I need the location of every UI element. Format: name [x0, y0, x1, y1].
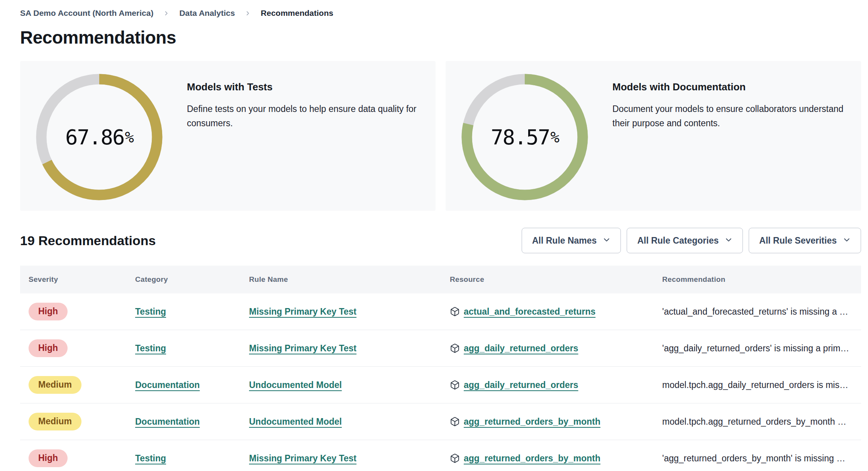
list-header: 19 Recommendations All Rule Names All Ru… [20, 228, 861, 253]
model-cube-icon [450, 307, 460, 317]
filter-rule-categories-dropdown[interactable]: All Rule Categories [627, 228, 743, 253]
chevron-right-icon [163, 10, 169, 16]
severity-badge: Medium [29, 413, 81, 430]
tests-donut-chart: 67.86% [36, 73, 163, 201]
recommendation-text: 'agg_daily_returned_orders' is missing a… [654, 343, 861, 354]
recommendations-page: SA Demo Account (North America) Data Ana… [0, 0, 868, 471]
resource-link[interactable]: agg_returned_orders_by_month [464, 417, 600, 427]
column-header-recommendation: Recommendation [654, 275, 861, 284]
card-title: Models with Documentation [612, 81, 846, 93]
page-title: Recommendations [20, 27, 861, 48]
model-cube-icon [450, 343, 460, 353]
documentation-percent-label: 78.57% [461, 73, 588, 201]
rule-name-link[interactable]: Missing Primary Key Test [249, 307, 356, 317]
severity-badge: Medium [29, 376, 81, 394]
documentation-donut-chart: 78.57% [461, 73, 588, 201]
recommendations-table: Severity Category Rule Name Resource Rec… [20, 266, 861, 471]
column-header-resource: Resource [441, 275, 654, 284]
recommendation-text: 'agg_returned_orders_by_month' is missin… [654, 453, 861, 464]
rule-name-link[interactable]: Missing Primary Key Test [249, 453, 356, 463]
card-models-with-tests: 67.86% Models with Tests Define tests on… [20, 61, 436, 211]
card-description: Document your models to ensure collabora… [612, 102, 846, 130]
resource-link[interactable]: agg_daily_returned_orders [464, 343, 578, 354]
card-description: Define tests on your models to help ensu… [187, 102, 420, 130]
metric-cards: 67.86% Models with Tests Define tests on… [20, 61, 861, 211]
table-row: High Testing Missing Primary Key Test ac… [20, 293, 861, 330]
model-cube-icon [450, 417, 460, 427]
table-row: Medium Documentation Undocumented Model … [20, 367, 861, 403]
card-title: Models with Tests [187, 81, 420, 93]
severity-badge: High [29, 449, 68, 467]
chevron-down-icon [725, 235, 732, 246]
column-header-severity: Severity [20, 275, 127, 284]
column-header-rule-name: Rule Name [241, 275, 441, 284]
model-cube-icon [450, 453, 460, 463]
model-cube-icon [450, 380, 460, 390]
recommendation-text: model.tpch.agg_daily_returned_orders is … [654, 380, 861, 390]
breadcrumb-item-current: Recommendations [261, 8, 333, 18]
table-row: High Testing Missing Primary Key Test ag… [20, 440, 861, 471]
resource-link[interactable]: agg_daily_returned_orders [464, 380, 578, 390]
category-link[interactable]: Documentation [135, 417, 200, 427]
chevron-down-icon [843, 235, 851, 246]
column-header-category: Category [127, 275, 241, 284]
table-header-row: Severity Category Rule Name Resource Rec… [20, 266, 861, 293]
resource-link[interactable]: agg_returned_orders_by_month [464, 453, 600, 464]
breadcrumb-item-project[interactable]: Data Analytics [179, 8, 235, 18]
chevron-down-icon [603, 235, 610, 246]
chevron-right-icon [245, 10, 251, 16]
filter-label: All Rule Categories [637, 235, 719, 246]
filter-rule-severities-dropdown[interactable]: All Rule Severities [749, 228, 861, 253]
tests-percent-label: 67.86% [36, 73, 163, 201]
filter-label: All Rule Names [532, 235, 597, 246]
recommendation-text: model.tpch.agg_returned_orders_by_month … [654, 417, 861, 427]
severity-badge: High [29, 303, 68, 320]
card-models-with-documentation: 78.57% Models with Documentation Documen… [446, 61, 861, 211]
category-link[interactable]: Testing [135, 343, 166, 353]
breadcrumb: SA Demo Account (North America) Data Ana… [20, 0, 861, 18]
severity-badge: High [29, 339, 68, 357]
rule-name-link[interactable]: Missing Primary Key Test [249, 343, 356, 353]
resource-link[interactable]: actual_and_forecasted_returns [464, 307, 595, 317]
table-row: High Testing Missing Primary Key Test ag… [20, 330, 861, 367]
recommendations-count: 19 Recommendations [20, 233, 156, 248]
filter-bar: All Rule Names All Rule Categories All R… [522, 228, 861, 253]
filter-label: All Rule Severities [759, 235, 837, 246]
filter-rule-names-dropdown[interactable]: All Rule Names [522, 228, 621, 253]
table-body: High Testing Missing Primary Key Test ac… [20, 293, 861, 471]
breadcrumb-item-account[interactable]: SA Demo Account (North America) [20, 8, 153, 18]
table-row: Medium Documentation Undocumented Model … [20, 403, 861, 440]
rule-name-link[interactable]: Undocumented Model [249, 417, 342, 427]
category-link[interactable]: Testing [135, 307, 166, 317]
category-link[interactable]: Testing [135, 453, 166, 463]
rule-name-link[interactable]: Undocumented Model [249, 380, 342, 390]
recommendation-text: 'actual_and_forecasted_returns' is missi… [654, 307, 861, 317]
category-link[interactable]: Documentation [135, 380, 200, 390]
